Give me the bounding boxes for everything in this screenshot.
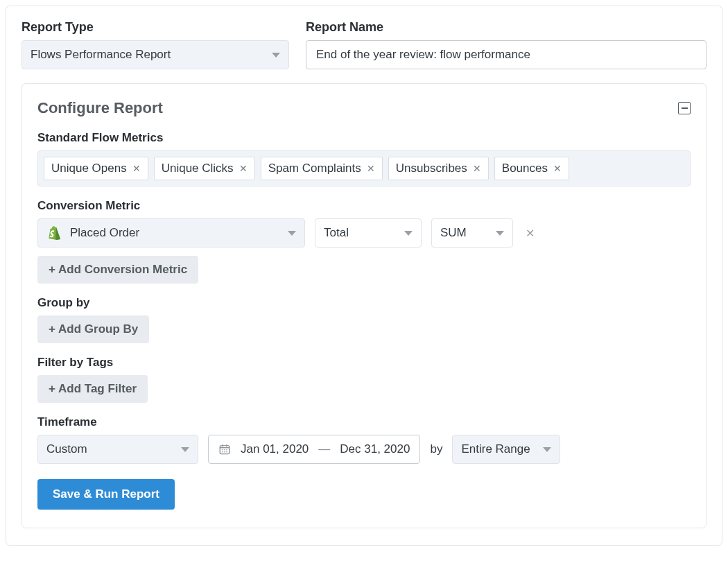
- svg-point-6: [226, 449, 227, 451]
- chevron-down-icon: [288, 231, 296, 236]
- chevron-down-icon: [496, 231, 504, 236]
- configure-header: Configure Report: [37, 99, 691, 117]
- conversion-row: Placed Order Total SUM ✕: [37, 218, 691, 248]
- add-conversion-metric-button[interactable]: + Add Conversion Metric: [37, 256, 198, 284]
- report-name-input[interactable]: [306, 40, 707, 69]
- minus-icon: [682, 107, 688, 109]
- svg-point-9: [226, 451, 227, 453]
- configure-report-panel: Configure Report Standard Flow Metrics U…: [21, 83, 707, 528]
- report-type-label: Report Type: [21, 20, 289, 35]
- metric-tag: Unique Clicks ✕: [154, 157, 255, 180]
- close-icon[interactable]: ✕: [132, 163, 141, 174]
- chevron-down-icon: [181, 447, 189, 452]
- metric-tag-label: Unsubscribes: [396, 162, 467, 175]
- chevron-down-icon: [404, 231, 413, 236]
- close-icon[interactable]: ✕: [553, 163, 562, 174]
- timeframe-label: Timeframe: [37, 415, 691, 429]
- metric-tag-label: Unique Opens: [51, 162, 127, 175]
- report-type-value: Flows Performance Report: [31, 48, 171, 62]
- close-icon[interactable]: ✕: [239, 163, 248, 174]
- conversion-agg-value: Total: [324, 226, 349, 240]
- report-builder-panel: Report Type Flows Performance Report Rep…: [6, 6, 722, 546]
- standard-metrics-well[interactable]: Unique Opens ✕ Unique Clicks ✕ Spam Comp…: [37, 150, 691, 187]
- chevron-down-icon: [543, 447, 551, 452]
- metric-tag: Bounces ✕: [494, 157, 569, 180]
- svg-point-5: [224, 449, 225, 451]
- add-group-by-button[interactable]: + Add Group By: [37, 315, 149, 343]
- add-tag-filter-button[interactable]: + Add Tag Filter: [37, 375, 148, 403]
- calendar-icon: [218, 443, 231, 456]
- shopify-icon: [46, 225, 62, 241]
- start-date: Jan 01, 2020: [241, 442, 309, 456]
- conversion-metric-value: Placed Order: [70, 226, 139, 240]
- metric-tag: Spam Complaints ✕: [261, 157, 383, 180]
- by-label: by: [430, 442, 442, 456]
- save-run-report-button[interactable]: Save & Run Report: [37, 479, 175, 510]
- timeframe-type-value: Custom: [46, 442, 87, 456]
- remove-conversion-button[interactable]: ✕: [523, 227, 537, 240]
- report-type-group: Report Type Flows Performance Report: [21, 20, 289, 69]
- metric-tag-label: Spam Complaints: [268, 162, 361, 175]
- timeframe-by-value: Entire Range: [461, 442, 530, 456]
- collapse-toggle[interactable]: [678, 102, 691, 114]
- report-name-label: Report Name: [306, 20, 707, 35]
- close-icon[interactable]: ✕: [367, 163, 375, 174]
- metric-tag-label: Bounces: [502, 162, 548, 175]
- svg-point-8: [224, 451, 225, 453]
- report-type-select[interactable]: Flows Performance Report: [21, 40, 289, 69]
- conversion-agg-select[interactable]: Total: [315, 218, 422, 248]
- date-range-picker[interactable]: Jan 01, 2020 — Dec 31, 2020: [208, 435, 420, 464]
- standard-metrics-label: Standard Flow Metrics: [37, 131, 691, 145]
- report-name-group: Report Name: [306, 20, 707, 69]
- date-separator: —: [318, 442, 330, 456]
- conversion-metric-select[interactable]: Placed Order: [37, 218, 305, 248]
- svg-point-4: [222, 449, 223, 451]
- close-icon[interactable]: ✕: [473, 163, 481, 174]
- metric-tag-label: Unique Clicks: [162, 162, 234, 175]
- end-date: Dec 31, 2020: [340, 442, 410, 456]
- svg-point-7: [222, 451, 223, 453]
- group-by-label: Group by: [37, 296, 691, 310]
- conversion-func-select[interactable]: SUM: [431, 218, 513, 248]
- metric-tag: Unsubscribes ✕: [388, 157, 489, 180]
- timeframe-by-select[interactable]: Entire Range: [452, 435, 560, 464]
- top-row: Report Type Flows Performance Report Rep…: [21, 20, 707, 69]
- chevron-down-icon: [272, 53, 280, 58]
- timeframe-row: Custom Jan 01, 2020 — Dec 31, 2020 by En…: [37, 435, 691, 464]
- filter-by-tags-label: Filter by Tags: [37, 356, 691, 370]
- metric-tag: Unique Opens ✕: [44, 157, 148, 180]
- configure-title: Configure Report: [37, 99, 163, 117]
- conversion-func-value: SUM: [440, 226, 467, 240]
- timeframe-type-select[interactable]: Custom: [37, 435, 198, 464]
- conversion-metric-label: Conversion Metric: [37, 199, 691, 213]
